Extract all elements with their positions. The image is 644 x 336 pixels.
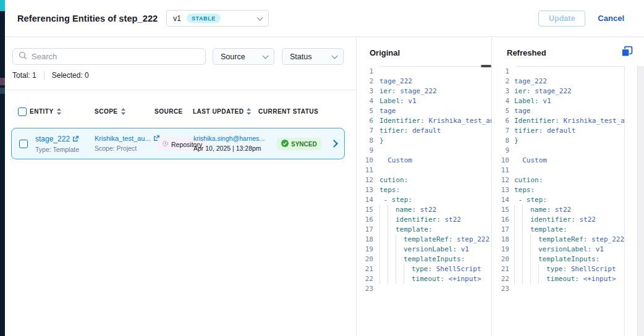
line-number: 3 [356,86,373,96]
indent-guide [379,225,388,235]
select-all-checkbox[interactable] [18,107,27,116]
code-line: 7tifier: default [356,126,491,136]
line-number: 7 [356,126,373,136]
code-line: 2tage_222 [492,77,624,86]
code-line: 1 [356,67,491,77]
status-filter-dropdown[interactable]: Status [282,48,344,65]
search-box [12,48,206,65]
cancel-button[interactable]: Cancel [598,14,624,23]
copy-icon[interactable] [621,46,633,58]
code-line: 19versionLabel: v1 [356,245,491,254]
line-number: 5 [356,106,373,116]
indent-guide [522,274,530,284]
line-number: 19 [356,245,373,254]
column-header-last-updated[interactable]: LAST UPDATED [193,108,251,115]
selected-count: Selected: 0 [52,71,89,80]
chevron-down-icon [332,52,338,59]
indent-guide [538,274,546,284]
entity-link[interactable]: stage_222 [35,135,70,143]
line-number: 9 [492,146,509,156]
update-button[interactable]: Update [538,10,585,27]
diff-panel-refreshed[interactable]: 12tage_2223ier: stage_2224Label: v15tage… [492,67,624,294]
indent-guide [396,235,404,245]
code-line: 10 Custom [492,156,624,166]
divider [5,90,356,90]
line-number: 6 [356,116,373,126]
indent-guide [530,264,538,274]
code-line: 10 Custom [356,156,491,166]
sort-icon[interactable] [247,108,251,115]
code-line: 6Identifier: Krishika_test_aut [492,116,624,126]
indent-guide [404,274,412,284]
line-number: 10 [492,156,509,166]
code-line: 8} [356,136,491,146]
indent-guide [514,245,522,254]
line-number: 23 [356,284,373,294]
total-count: Total: 1 [12,71,36,80]
nav-strip-accent [0,0,5,11]
last-updated-cell: krishika.singh@harnes... Apr 10, 2025 | … [193,135,265,152]
indent-guide [388,254,396,264]
chevron-down-icon [263,52,269,59]
column-header-entity[interactable]: ENTITY [30,108,61,115]
code-line: 11 [356,166,491,175]
line-number: 19 [492,245,509,254]
code-line: 7tifier: default [492,126,624,136]
code-line: 20templateInputs: [492,254,624,264]
code-line: 17template: [356,225,491,235]
scrollbar-gutter[interactable] [637,66,644,336]
indent-guide [388,215,396,225]
row-expand-chevron-icon[interactable] [330,140,338,148]
code-line: 12cution: [492,175,624,185]
source-filter-label: Source [221,52,263,61]
summary-bar: Total: 1 Selected: 0 [12,71,89,80]
search-icon [19,51,27,62]
repository-icon [162,140,169,148]
indent-guide [388,235,396,245]
table-row[interactable]: stage_222 Type: Template Krishika_test_a… [11,128,345,159]
line-number: 11 [356,166,373,175]
code-line: 3ier: stage_222 [492,86,624,96]
scope-link[interactable]: Krishika_test_au... [95,135,151,142]
indent-guide [379,264,388,274]
line-number: 9 [356,146,373,156]
code-line: 18templateRef: step_222 [492,235,624,245]
sort-icon[interactable] [57,108,61,115]
code-line: 21type: ShellScript [356,264,491,274]
status-badge-label: SYNCED [291,141,317,148]
indent-guide [530,235,538,245]
indent-guide [388,245,396,254]
version-selector[interactable]: v1 STABLE [166,10,269,27]
indent-guide [522,245,530,254]
code-line: 6Identifier: Krishika_test_aut [356,116,491,126]
line-number: 13 [356,185,373,195]
entity-cell: stage_222 Type: Template [35,135,79,153]
indent-guide [388,264,396,274]
scope-detail: Scope: Project [95,145,159,152]
status-badge: SYNCED [277,138,321,150]
code-line: 16identifier: st22 [356,215,491,225]
line-number: 2 [356,77,373,86]
indent-guide [522,205,530,215]
line-number: 21 [356,264,373,274]
external-link-icon[interactable] [72,136,78,142]
search-input[interactable] [32,52,200,61]
column-header-scope[interactable]: SCOPE [95,108,125,115]
code-line: 15name: st22 [492,205,624,215]
code-line: 14 - step: [356,195,491,205]
row-checkbox[interactable] [19,140,28,148]
original-panel-title: Original [370,48,400,57]
line-number: 16 [492,215,509,225]
sort-icon[interactable] [121,108,125,115]
indent-guide [379,274,388,284]
column-header-current-status: CURRENT STATUS [258,108,318,115]
code-line: 22timeout: <+input> [356,274,491,284]
code-line: 13teps: [492,185,624,195]
indent-guide [379,215,388,225]
column-header-source: SOURCE [155,108,183,115]
diff-panel-original[interactable]: 12tage_2223ier: stage_2224Label: v15tage… [356,67,491,294]
line-number: 10 [356,156,373,166]
divider [624,66,625,336]
source-filter-dropdown[interactable]: Source [213,48,274,65]
code-line: 9 [492,146,624,156]
